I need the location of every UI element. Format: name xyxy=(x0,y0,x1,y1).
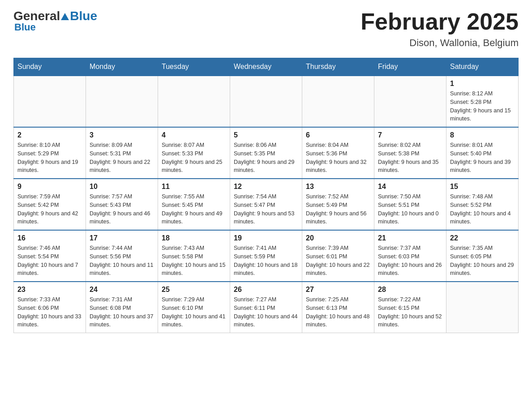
day-number: 26 xyxy=(234,286,298,294)
day-number: 18 xyxy=(162,234,226,242)
calendar-day-cell xyxy=(158,76,230,127)
day-info: Sunrise: 8:07 AMSunset: 5:33 PMDaylight:… xyxy=(162,141,226,175)
calendar-day-cell: 2Sunrise: 8:10 AMSunset: 5:29 PMDaylight… xyxy=(14,127,86,179)
day-info: Sunrise: 7:50 AMSunset: 5:51 PMDaylight:… xyxy=(378,193,442,226)
day-number: 3 xyxy=(90,131,154,139)
day-number: 21 xyxy=(378,234,442,242)
day-info: Sunrise: 8:06 AMSunset: 5:35 PMDaylight:… xyxy=(234,141,298,175)
calendar-day-cell: 17Sunrise: 7:44 AMSunset: 5:56 PMDayligh… xyxy=(86,230,158,282)
calendar-day-cell: 28Sunrise: 7:22 AMSunset: 6:15 PMDayligh… xyxy=(374,282,446,333)
title-area: February 2025 Dison, Wallonia, Belgium xyxy=(360,9,519,49)
calendar-title: February 2025 xyxy=(360,9,519,34)
calendar-week-row: 2Sunrise: 8:10 AMSunset: 5:29 PMDaylight… xyxy=(14,127,519,179)
calendar-day-cell: 24Sunrise: 7:31 AMSunset: 6:08 PMDayligh… xyxy=(86,282,158,333)
calendar-week-row: 9Sunrise: 7:59 AMSunset: 5:42 PMDaylight… xyxy=(14,179,519,230)
day-number: 8 xyxy=(450,131,515,139)
day-number: 2 xyxy=(17,131,82,139)
calendar-day-cell: 27Sunrise: 7:25 AMSunset: 6:13 PMDayligh… xyxy=(302,282,374,333)
day-number: 20 xyxy=(306,234,370,242)
calendar-day-cell: 9Sunrise: 7:59 AMSunset: 5:42 PMDaylight… xyxy=(14,179,86,230)
logo: General Blue Blue xyxy=(13,9,97,33)
day-number: 1 xyxy=(450,80,515,88)
day-number: 19 xyxy=(234,234,298,242)
day-number: 11 xyxy=(162,183,226,191)
day-info: Sunrise: 8:01 AMSunset: 5:40 PMDaylight:… xyxy=(450,141,515,175)
day-of-week-header: Wednesday xyxy=(230,58,302,76)
day-info: Sunrise: 8:12 AMSunset: 5:28 PMDaylight:… xyxy=(450,90,515,123)
day-of-week-header: Monday xyxy=(86,58,158,76)
calendar-day-cell: 23Sunrise: 7:33 AMSunset: 6:06 PMDayligh… xyxy=(14,282,86,333)
calendar-day-cell xyxy=(446,282,519,333)
day-number: 22 xyxy=(450,234,515,242)
calendar-header-row: SundayMondayTuesdayWednesdayThursdayFrid… xyxy=(14,58,519,76)
day-info: Sunrise: 7:27 AMSunset: 6:11 PMDaylight:… xyxy=(234,295,298,329)
page-header: General Blue Blue February 2025 Dison, W… xyxy=(13,9,519,49)
calendar-day-cell: 1Sunrise: 8:12 AMSunset: 5:28 PMDaylight… xyxy=(446,76,519,127)
day-number: 4 xyxy=(162,131,226,139)
day-info: Sunrise: 7:48 AMSunset: 5:52 PMDaylight:… xyxy=(450,193,515,226)
day-info: Sunrise: 8:09 AMSunset: 5:31 PMDaylight:… xyxy=(90,141,154,175)
day-number: 14 xyxy=(378,183,442,191)
day-info: Sunrise: 7:39 AMSunset: 6:01 PMDaylight:… xyxy=(306,244,370,278)
day-info: Sunrise: 7:41 AMSunset: 5:59 PMDaylight:… xyxy=(234,244,298,278)
calendar-day-cell: 14Sunrise: 7:50 AMSunset: 5:51 PMDayligh… xyxy=(374,179,446,230)
day-info: Sunrise: 7:55 AMSunset: 5:45 PMDaylight:… xyxy=(162,193,226,226)
calendar-subtitle: Dison, Wallonia, Belgium xyxy=(360,37,519,49)
day-number: 10 xyxy=(90,183,154,191)
day-info: Sunrise: 7:44 AMSunset: 5:56 PMDaylight:… xyxy=(90,244,154,278)
calendar-day-cell: 22Sunrise: 7:35 AMSunset: 6:05 PMDayligh… xyxy=(446,230,519,282)
day-info: Sunrise: 7:31 AMSunset: 6:08 PMDaylight:… xyxy=(90,295,154,329)
calendar-day-cell: 12Sunrise: 7:54 AMSunset: 5:47 PMDayligh… xyxy=(230,179,302,230)
calendar-day-cell xyxy=(14,76,86,127)
day-number: 23 xyxy=(17,286,82,294)
day-of-week-header: Thursday xyxy=(302,58,374,76)
day-info: Sunrise: 8:10 AMSunset: 5:29 PMDaylight:… xyxy=(17,141,82,175)
day-info: Sunrise: 7:46 AMSunset: 5:54 PMDaylight:… xyxy=(17,244,82,278)
calendar-day-cell: 19Sunrise: 7:41 AMSunset: 5:59 PMDayligh… xyxy=(230,230,302,282)
svg-marker-0 xyxy=(61,13,69,20)
day-of-week-header: Friday xyxy=(374,58,446,76)
logo-triangle-icon xyxy=(61,9,69,23)
day-info: Sunrise: 7:54 AMSunset: 5:47 PMDaylight:… xyxy=(234,193,298,226)
day-of-week-header: Sunday xyxy=(14,58,86,76)
calendar-day-cell: 13Sunrise: 7:52 AMSunset: 5:49 PMDayligh… xyxy=(302,179,374,230)
calendar-day-cell: 15Sunrise: 7:48 AMSunset: 5:52 PMDayligh… xyxy=(446,179,519,230)
day-number: 13 xyxy=(306,183,370,191)
calendar-day-cell: 20Sunrise: 7:39 AMSunset: 6:01 PMDayligh… xyxy=(302,230,374,282)
day-number: 15 xyxy=(450,183,515,191)
calendar-day-cell: 16Sunrise: 7:46 AMSunset: 5:54 PMDayligh… xyxy=(14,230,86,282)
calendar-day-cell: 3Sunrise: 8:09 AMSunset: 5:31 PMDaylight… xyxy=(86,127,158,179)
day-info: Sunrise: 7:57 AMSunset: 5:43 PMDaylight:… xyxy=(90,193,154,226)
calendar-week-row: 1Sunrise: 8:12 AMSunset: 5:28 PMDaylight… xyxy=(14,76,519,127)
calendar-day-cell xyxy=(86,76,158,127)
calendar-day-cell: 18Sunrise: 7:43 AMSunset: 5:58 PMDayligh… xyxy=(158,230,230,282)
calendar-day-cell: 26Sunrise: 7:27 AMSunset: 6:11 PMDayligh… xyxy=(230,282,302,333)
day-info: Sunrise: 8:02 AMSunset: 5:38 PMDaylight:… xyxy=(378,141,442,175)
day-number: 25 xyxy=(162,286,226,294)
day-info: Sunrise: 7:22 AMSunset: 6:15 PMDaylight:… xyxy=(378,295,442,329)
day-number: 27 xyxy=(306,286,370,294)
day-of-week-header: Saturday xyxy=(446,58,519,76)
day-of-week-header: Tuesday xyxy=(158,58,230,76)
calendar-day-cell: 21Sunrise: 7:37 AMSunset: 6:03 PMDayligh… xyxy=(374,230,446,282)
day-info: Sunrise: 7:37 AMSunset: 6:03 PMDaylight:… xyxy=(378,244,442,278)
day-number: 16 xyxy=(17,234,82,242)
day-number: 12 xyxy=(234,183,298,191)
calendar-table: SundayMondayTuesdayWednesdayThursdayFrid… xyxy=(13,58,519,333)
day-number: 28 xyxy=(378,286,442,294)
calendar-day-cell: 5Sunrise: 8:06 AMSunset: 5:35 PMDaylight… xyxy=(230,127,302,179)
calendar-day-cell: 10Sunrise: 7:57 AMSunset: 5:43 PMDayligh… xyxy=(86,179,158,230)
day-info: Sunrise: 7:43 AMSunset: 5:58 PMDaylight:… xyxy=(162,244,226,278)
day-info: Sunrise: 8:04 AMSunset: 5:36 PMDaylight:… xyxy=(306,141,370,175)
calendar-day-cell xyxy=(230,76,302,127)
calendar-day-cell: 7Sunrise: 8:02 AMSunset: 5:38 PMDaylight… xyxy=(374,127,446,179)
logo-underline: Blue xyxy=(14,21,36,33)
day-info: Sunrise: 7:35 AMSunset: 6:05 PMDaylight:… xyxy=(450,244,515,278)
day-number: 17 xyxy=(90,234,154,242)
calendar-week-row: 23Sunrise: 7:33 AMSunset: 6:06 PMDayligh… xyxy=(14,282,519,333)
day-number: 6 xyxy=(306,131,370,139)
day-info: Sunrise: 7:59 AMSunset: 5:42 PMDaylight:… xyxy=(17,193,82,226)
calendar-day-cell: 25Sunrise: 7:29 AMSunset: 6:10 PMDayligh… xyxy=(158,282,230,333)
calendar-day-cell xyxy=(374,76,446,127)
calendar-day-cell: 4Sunrise: 8:07 AMSunset: 5:33 PMDaylight… xyxy=(158,127,230,179)
